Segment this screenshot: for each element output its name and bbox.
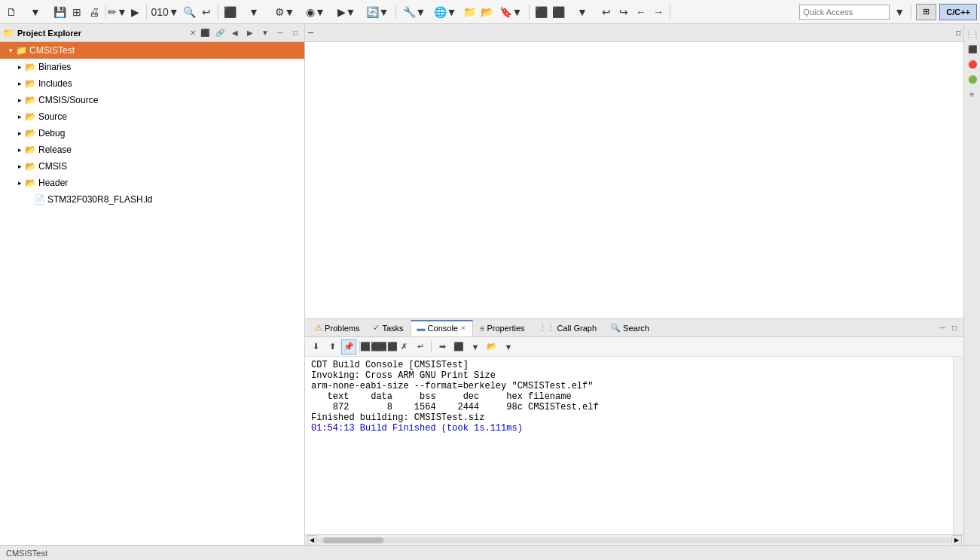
edit-dropdown-button[interactable]: ✏▼ xyxy=(109,4,126,20)
new-dropdown-button[interactable]: ▼ xyxy=(20,4,50,20)
toggle-source[interactable]: ▸ xyxy=(15,113,24,120)
console-hscroll[interactable]: ◀ ▶ xyxy=(305,534,963,545)
toggle-binaries[interactable]: ▸ xyxy=(15,63,24,71)
toolbar-btn5[interactable]: ▶▼ xyxy=(331,4,362,20)
new-console-btn[interactable]: ⬛⬛ xyxy=(363,339,378,355)
print-button[interactable]: 🖨 xyxy=(86,4,102,20)
view-menu-button[interactable]: ▼ xyxy=(259,27,271,39)
save-button[interactable]: 💾 xyxy=(51,4,68,20)
clear-btn[interactable]: ✗ xyxy=(396,339,411,355)
perspective-cpp-btn[interactable]: C/C++ xyxy=(939,4,977,20)
right-sidebar-btn5[interactable]: ≡ xyxy=(966,87,979,101)
status-project: CMSISTest xyxy=(6,549,47,558)
console-minimize-btn[interactable]: ─ xyxy=(936,322,948,334)
toggle-header[interactable]: ▸ xyxy=(15,179,24,187)
hscroll-track[interactable] xyxy=(317,537,951,543)
tree-item-cmsis[interactable]: ▸ 📂 CMSIS xyxy=(0,158,304,175)
console-scroll-area[interactable]: CDT Build Console [CMSISTest] Invoking: … xyxy=(305,357,963,534)
tab-console-close[interactable]: ✕ xyxy=(460,324,466,332)
toggle-debug[interactable]: ▸ xyxy=(15,129,24,137)
forward-button[interactable]: ▶ xyxy=(244,27,256,39)
right-sidebar-btn1[interactable]: ⋮⋮ xyxy=(966,27,979,41)
hscroll-right-btn[interactable]: ▶ xyxy=(951,535,962,546)
toolbar-btn13[interactable]: ⬛ xyxy=(550,4,566,20)
quick-access-dropdown[interactable]: ▼ xyxy=(891,4,908,20)
tree-item-root[interactable]: ▾ 📁 CMSISTest xyxy=(0,42,304,59)
editor-maximize-btn[interactable]: □ xyxy=(956,29,960,37)
right-sidebar-btn2[interactable]: ⬛ xyxy=(966,42,979,56)
tab-tasks[interactable]: ✓ Tasks xyxy=(366,320,410,336)
right-sidebar-btn4[interactable]: 🟢 xyxy=(966,72,979,86)
split-h-btn[interactable]: ⬛⬛ xyxy=(380,339,395,355)
sync-button[interactable]: ⬛ xyxy=(199,27,211,39)
debug-button[interactable]: 🔍 xyxy=(181,4,197,20)
toolbar-btn14[interactable]: ▼ xyxy=(567,4,597,20)
new-button[interactable]: 🗋 xyxy=(3,4,20,20)
build-button[interactable]: 010▼ xyxy=(150,4,180,20)
scroll-lock-btn[interactable]: ⬇ xyxy=(308,339,323,355)
toolbar-btn10[interactable]: 📂 xyxy=(478,4,495,20)
toolbar-btn3[interactable]: ⚙▼ xyxy=(270,4,300,20)
toolbar-btn15[interactable]: ↩ xyxy=(598,4,615,20)
perspective-icons-btn[interactable]: ⊞ xyxy=(916,4,936,20)
terminate-dropdown-btn[interactable]: ▼ xyxy=(468,339,483,355)
go-to-file-btn[interactable]: ➡ xyxy=(435,339,450,355)
tab-properties-label: Properties xyxy=(487,324,524,333)
toolbar-btn8[interactable]: 🌐▼ xyxy=(430,4,460,20)
release-folder-icon: 📂 xyxy=(24,144,36,156)
tab-console[interactable]: ▬ Console ✕ xyxy=(411,320,473,336)
link-button[interactable]: 🔗 xyxy=(214,27,226,39)
tab-problems[interactable]: ⚠ Problems xyxy=(308,320,366,336)
toolbar-btn2[interactable]: ▼ xyxy=(239,4,269,20)
tree-item-binaries[interactable]: ▸ 📂 Binaries xyxy=(0,59,304,75)
toolbar-btn9[interactable]: 📁 xyxy=(461,4,478,20)
toolbar-btn18[interactable]: → xyxy=(650,4,667,20)
back-button[interactable]: ◀ xyxy=(229,27,241,39)
toggle-root[interactable]: ▾ xyxy=(6,47,15,54)
toolbar-btn11[interactable]: 🔖▼ xyxy=(496,4,526,20)
file-toolbar-group: 🗋 ▼ 💾 ⊞ 🖨 xyxy=(3,4,106,20)
right-sidebar-btn3[interactable]: 🔴 xyxy=(966,57,979,71)
toolbar-btn6[interactable]: 🔄▼ xyxy=(362,4,392,20)
toggle-includes[interactable]: ▸ xyxy=(15,80,24,87)
quick-access-input[interactable] xyxy=(799,5,890,20)
tree-item-header[interactable]: ▸ 📂 Header xyxy=(0,175,304,191)
save-all-button[interactable]: ⊞ xyxy=(69,4,85,20)
toggle-release[interactable]: ▸ xyxy=(15,146,24,154)
toolbar-btn1[interactable]: ⬛ xyxy=(221,4,238,20)
toggle-cmsis[interactable]: ▸ xyxy=(15,163,24,170)
toolbar-btn7[interactable]: 🔧▼ xyxy=(399,4,429,20)
tree-item-cmsis-source[interactable]: ▸ 📂 CMSIS/Source xyxy=(0,92,304,108)
word-wrap-btn[interactable]: ↵ xyxy=(413,339,428,355)
tree-item-release[interactable]: ▸ 📂 Release xyxy=(0,142,304,158)
tab-callgraph[interactable]: ⋮⋮ Call Graph xyxy=(532,320,604,336)
open-console-dropdown-btn[interactable]: ▼ xyxy=(501,339,516,355)
maximize-button[interactable]: □ xyxy=(289,27,301,39)
toolbar-btn4[interactable]: ◉▼ xyxy=(301,4,331,20)
terminate-btn[interactable]: ⬛ xyxy=(451,339,466,355)
undo-button[interactable]: ↩ xyxy=(198,4,215,20)
tab-search[interactable]: 🔍 Search xyxy=(603,320,656,336)
toolbar-btn16[interactable]: ↪ xyxy=(615,4,632,20)
open-console-btn[interactable]: 📂 xyxy=(484,339,499,355)
hscroll-left-btn[interactable]: ◀ xyxy=(307,535,317,546)
tree-item-flash-ld[interactable]: 📄 STM32F030R8_FLASH.ld xyxy=(0,191,304,208)
console-title-line: CDT Build Console [CMSISTest] xyxy=(311,360,947,370)
tree-item-includes[interactable]: ▸ 📂 Includes xyxy=(0,75,304,92)
tree-item-source-label: Source xyxy=(38,111,67,122)
editor-minimize-btn[interactable]: ─ xyxy=(308,29,313,37)
toggle-cmsis-source[interactable]: ▸ xyxy=(15,96,24,104)
toolbar-btn17[interactable]: ← xyxy=(633,4,649,20)
tab-properties[interactable]: ≡ Properties xyxy=(473,320,532,336)
editor-area[interactable]: ─ □ xyxy=(305,24,963,319)
console-maximize-btn[interactable]: □ xyxy=(948,322,960,334)
run-button[interactable]: ▶ xyxy=(127,4,143,20)
status-bar: CMSISTest xyxy=(0,545,980,560)
pin-btn[interactable]: 📌 xyxy=(341,339,356,355)
console-vscrollbar[interactable] xyxy=(953,357,963,534)
tree-item-debug[interactable]: ▸ 📂 Debug xyxy=(0,125,304,142)
toolbar-btn12[interactable]: ⬛ xyxy=(533,4,549,20)
tree-item-source[interactable]: ▸ 📂 Source xyxy=(0,108,304,125)
minimize-button[interactable]: ─ xyxy=(274,27,286,39)
scroll-up-btn[interactable]: ⬆ xyxy=(325,339,340,355)
